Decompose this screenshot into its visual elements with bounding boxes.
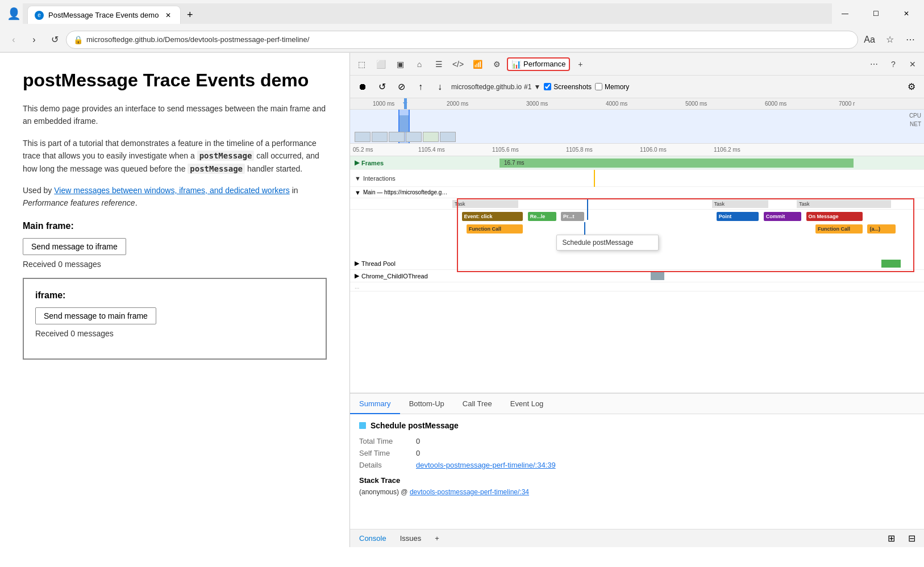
device-frame-btn[interactable]: ⬜: [372, 55, 390, 73]
forward-btn[interactable]: ›: [25, 31, 43, 49]
screen-btn[interactable]: ⊟: [904, 531, 919, 547]
url-text: microsoftedge.github.io/Demos/devtools-p…: [86, 35, 309, 44]
main-label-cell: ▼ Main — https://microsoftedge.github.io…: [350, 189, 452, 196]
detail-mark-4: 1106.0 ms: [640, 147, 667, 153]
func-call-bar-3[interactable]: (a...): [867, 224, 896, 234]
split-btn[interactable]: ▣: [391, 55, 409, 73]
elements-btn[interactable]: ☰: [430, 55, 448, 73]
more-options-btn[interactable]: ⋯: [865, 55, 883, 73]
pr-t-bar[interactable]: Pr...t: [561, 212, 585, 221]
task-bar-1[interactable]: Task: [452, 200, 518, 208]
clear-btn[interactable]: ⊘: [393, 79, 409, 95]
home-btn[interactable]: ⌂: [410, 55, 428, 73]
ruler-mark-6: 6000 ms: [765, 101, 786, 107]
func-call-bar-1[interactable]: Function Call: [467, 224, 523, 234]
more-btn[interactable]: ⋯: [901, 31, 919, 49]
favorites-btn[interactable]: ☆: [881, 31, 899, 49]
re-le-bar[interactable]: Re...le: [528, 212, 556, 221]
expand-chrome-icon[interactable]: ▶: [355, 272, 359, 280]
iframe-box: iframe: Send message to main frame Recei…: [23, 278, 327, 360]
timeline-detail: 05.2 ms 1105.4 ms 1105.6 ms 1105.8 ms 11…: [350, 144, 924, 393]
origin-num: #1: [524, 83, 531, 91]
thread-pool-text: Thread Pool: [361, 260, 396, 267]
back-btn[interactable]: ‹: [5, 31, 23, 49]
expand-frames-icon[interactable]: ▶: [355, 159, 359, 166]
read-aloud-btn[interactable]: Aa: [860, 31, 879, 49]
origin-dropdown-icon[interactable]: ▼: [534, 83, 540, 91]
reload-record-btn[interactable]: ↺: [374, 79, 390, 95]
bottom-console-tab[interactable]: Console: [355, 534, 391, 543]
add-panel-btn[interactable]: +: [571, 55, 589, 73]
devtools-toolbar: ⬚ ⬜ ▣ ⌂ ☰ </> 📶 ⚙ 📊 Performance + ⋯ ? ✕: [350, 53, 924, 76]
bottom-add-tab[interactable]: +: [430, 534, 444, 543]
on-message-bar[interactable]: On Message: [806, 212, 863, 221]
maximize-btn[interactable]: ☐: [863, 5, 889, 23]
bottom-content: Schedule postMessage Total Time 0 Self T…: [350, 414, 924, 529]
expand-interactions-icon[interactable]: ▼: [355, 175, 361, 182]
desc-1: This demo page provides an interface to …: [23, 102, 327, 128]
commit-bar[interactable]: Commit: [764, 212, 801, 221]
send-to-main-btn[interactable]: Send message to main frame: [35, 307, 156, 324]
devtools-close-btn[interactable]: ✕: [904, 55, 922, 73]
main-layout: postMessage Trace Events demo This demo …: [0, 53, 924, 547]
screenshots-checkbox-label: Screenshots: [544, 83, 592, 91]
total-time-row: Total Time 0: [359, 437, 915, 445]
task-bar-2[interactable]: Task: [712, 200, 769, 208]
view-messages-link[interactable]: View messages between windows, iframes, …: [54, 186, 290, 195]
tab-summary[interactable]: Summary: [350, 394, 400, 414]
upload-btn[interactable]: ↑: [413, 79, 428, 95]
address-bar[interactable]: 🔒 microsoftedge.github.io/Demos/devtools…: [66, 31, 858, 49]
ruler-mark-7: 7000 r: [839, 101, 855, 107]
expand-main-icon[interactable]: ▼: [355, 189, 361, 196]
help-btn[interactable]: ?: [884, 55, 902, 73]
interactions-label-cell: ▼ Interactions: [350, 175, 452, 182]
page-content: postMessage Trace Events demo This demo …: [0, 53, 349, 547]
device-mode-btn[interactable]: ⬚: [352, 55, 371, 73]
bottom-issues-tab[interactable]: Issues: [396, 534, 426, 543]
performance-tab[interactable]: 📊 Performance: [507, 57, 570, 71]
perf-settings-btn[interactable]: ⚙: [904, 79, 919, 95]
tab-event-log[interactable]: Event Log: [501, 394, 553, 414]
summary-title: Schedule postMessage: [359, 421, 915, 430]
expand-threadpool-icon[interactable]: ▶: [355, 260, 359, 267]
memory-checkbox[interactable]: [595, 83, 602, 90]
interactions-row: ▼ Interactions: [350, 170, 924, 187]
event-click-bar[interactable]: Event: click: [462, 212, 523, 221]
tooltip-spacer: [350, 235, 452, 252]
tooltip-row: Schedule postMessage: [350, 235, 924, 252]
active-tab[interactable]: e PostMessage Trace Events demo ✕: [27, 6, 181, 24]
memory-checkbox-label: Memory: [595, 83, 629, 91]
new-tab-btn[interactable]: +: [181, 6, 199, 24]
tab-close-btn[interactable]: ✕: [163, 10, 173, 20]
send-to-iframe-btn[interactable]: Send message to iframe: [23, 238, 126, 255]
interactions-text: Interactions: [363, 175, 396, 182]
console-btn[interactable]: </>: [449, 55, 467, 73]
point-bar[interactable]: Point: [717, 212, 759, 221]
tab-title: PostMessage Trace Events demo: [48, 11, 159, 19]
tab-bottom-up[interactable]: Bottom-Up: [400, 394, 453, 414]
cpu-label: CPU: [909, 112, 921, 119]
record-btn[interactable]: ⏺: [355, 79, 371, 95]
details-link[interactable]: devtools-postmessage-perf-timeline/:34:3…: [416, 461, 556, 469]
screenshots-checkbox[interactable]: [544, 83, 551, 90]
more-tools-btn[interactable]: ⚙: [488, 55, 506, 73]
self-time-label: Self Time: [359, 449, 416, 457]
thread-pool-row: ▶ Thread Pool: [350, 257, 924, 270]
more-rows: ...: [350, 282, 924, 291]
used-by-para: Used by View messages between windows, i…: [23, 184, 327, 210]
frames-value: 16.7 ms: [504, 160, 525, 166]
dock-btn[interactable]: ⊞: [883, 531, 899, 547]
task-bar-3[interactable]: Task: [797, 200, 891, 208]
download-btn[interactable]: ↓: [432, 79, 448, 95]
bottom-tabs: Summary Bottom-Up Call Tree Event Log: [350, 394, 924, 414]
stack-link[interactable]: devtools-postmessage-perf-timeline/:34: [410, 488, 529, 496]
close-btn[interactable]: ✕: [893, 5, 919, 23]
profile-icon[interactable]: 👤: [5, 5, 23, 23]
stack-trace-item: (anonymous) @ devtools-postmessage-perf-…: [359, 488, 915, 496]
tab-call-tree[interactable]: Call Tree: [453, 394, 501, 414]
minimize-btn[interactable]: —: [832, 5, 858, 23]
network-btn[interactable]: 📶: [468, 55, 486, 73]
reload-btn[interactable]: ↺: [45, 31, 64, 49]
event-bars-row: Event: click Re...le Pr...t: [350, 210, 924, 222]
func-call-bar-2[interactable]: Function Call: [815, 224, 863, 234]
